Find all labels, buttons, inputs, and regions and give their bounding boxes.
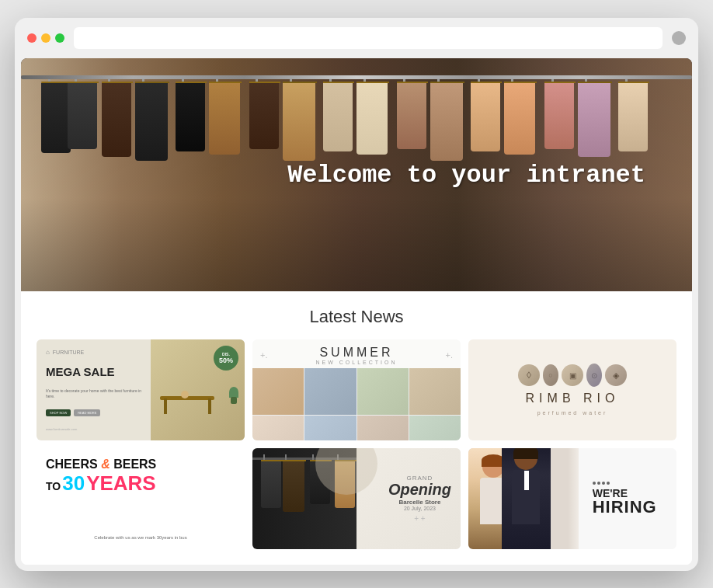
read-more-button[interactable]: READ MORE: [74, 409, 100, 416]
address-bar[interactable]: [74, 27, 663, 49]
latest-news-title: Latest News: [37, 307, 676, 327]
furniture-title: MEGA SALE: [46, 366, 141, 379]
close-button[interactable]: [27, 33, 37, 43]
hangers-row: [21, 58, 692, 291]
furniture-buttons: SHOP NOW READ MORE: [46, 409, 141, 416]
hiring-dots: [593, 482, 610, 485]
cheers-subtitle: Celebrate with us as we mark 30years in …: [46, 535, 235, 540]
grand-opening-card[interactable]: Grand Opening Barcelle Store 20 July, 20…: [252, 448, 461, 549]
summer-img-5: [252, 416, 304, 440]
summer-img-6: [304, 416, 356, 440]
summer-card[interactable]: +. SUMMER NEW COLLECTION +.: [252, 339, 461, 440]
grand-title: Opening: [388, 482, 451, 497]
traffic-lights: [27, 33, 64, 43]
summer-img-8: [409, 416, 461, 440]
rimboirio-circle-3: ◈: [605, 364, 627, 386]
rimboirio-circle-2: ▣: [562, 364, 583, 386]
browser-chrome: [15, 18, 698, 58]
grand-plus-decoration: + +: [388, 514, 451, 523]
furniture-card-left: ⌂ FURNITURE MEGA SALE It's time to decor…: [37, 339, 151, 440]
hero-banner: Welcome to your intranet: [21, 58, 692, 291]
rack-bar: [21, 75, 692, 79]
dot-2: [597, 482, 600, 485]
summer-images-grid: [252, 368, 461, 440]
main-content: Latest News ⌂ FURNITURE MEGA SALE It's t…: [21, 291, 692, 565]
rimboirio-subtitle: perfumed water: [537, 410, 608, 416]
summer-img-3: [357, 368, 409, 415]
summer-title-area: SUMMER NEW COLLECTION: [315, 346, 397, 365]
cheers-card[interactable]: CHEERS & BEERS TO 30YEARS Celebrate with…: [37, 448, 245, 549]
rimboirio-oval-1: ○: [543, 364, 558, 386]
maximize-button[interactable]: [55, 33, 64, 43]
rimboirio-card[interactable]: ◊ ○ ▣ ⊙ ◈: [468, 339, 676, 440]
hiring-card[interactable]: WE'RE HIRING: [468, 448, 676, 549]
cheers-line1: CHEERS & BEERS: [46, 458, 235, 471]
rimboirio-circle-1: ◊: [518, 364, 540, 386]
cheers-line2: TO 30YEARS: [46, 472, 235, 495]
furniture-label: ⌂ FURNITURE: [46, 349, 141, 356]
news-grid: ⌂ FURNITURE MEGA SALE It's time to decor…: [37, 339, 676, 549]
browser-menu-button[interactable]: [672, 31, 686, 45]
grand-text-area: Grand Opening Barcelle Store 20 July, 20…: [388, 475, 451, 523]
minimize-button[interactable]: [41, 33, 50, 43]
person-2: [502, 448, 551, 549]
browser-window: Welcome to your intranet Latest News ⌂ F…: [15, 18, 698, 571]
summer-img-7: [357, 416, 409, 440]
grand-date: 20 July, 2023: [388, 506, 451, 511]
hiring-text-area: WE'RE HIRING: [586, 482, 676, 516]
summer-plus-left: +.: [260, 350, 267, 360]
furniture-website: www.furnituresale.com: [46, 427, 141, 431]
dot-4: [607, 482, 610, 485]
rimboirio-circles: ◊ ○ ▣ ⊙ ◈: [518, 364, 627, 387]
dot-1: [593, 482, 596, 485]
furniture-illustration: [155, 354, 240, 425]
cheers-main: CHEERS & BEERS TO 30YEARS: [46, 458, 235, 495]
summer-img-4: [409, 368, 461, 415]
furniture-card-right: Dis. 50%: [151, 339, 245, 440]
summer-header: +. SUMMER NEW COLLECTION +.: [252, 339, 461, 368]
dot-3: [602, 482, 605, 485]
hiring-hiring-text: HIRING: [593, 499, 657, 516]
summer-subtitle: NEW COLLECTION: [315, 360, 397, 365]
furniture-card[interactable]: ⌂ FURNITURE MEGA SALE It's time to decor…: [37, 339, 245, 440]
browser-content: Welcome to your intranet Latest News ⌂ F…: [21, 58, 692, 565]
summer-img-1: [252, 368, 304, 415]
hiring-people-area: [468, 448, 579, 549]
summer-title: SUMMER: [315, 346, 397, 360]
grand-store: Barcelle Store: [388, 499, 451, 506]
summer-img-2: [304, 368, 356, 415]
shop-now-button[interactable]: SHOP NOW: [46, 409, 71, 416]
furniture-subtitle: It's time to decorate your home with the…: [46, 388, 141, 399]
summer-plus-right: +.: [446, 350, 453, 360]
rimboirio-oval-2: ⊙: [586, 364, 602, 387]
rimboirio-name: RIMB RIO: [526, 391, 620, 405]
